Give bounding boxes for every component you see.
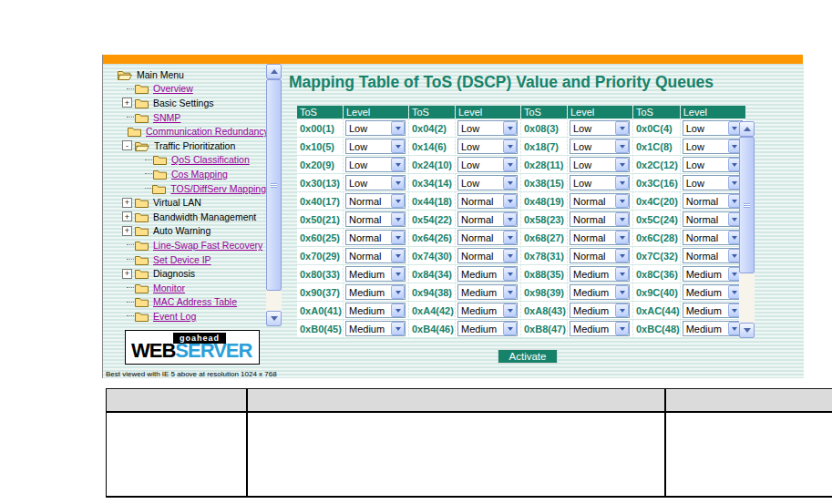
collapse-icon[interactable]: -	[122, 140, 132, 150]
chevron-down-icon[interactable]	[503, 139, 517, 153]
level-select[interactable]: Normal	[457, 230, 518, 245]
sidebar-item[interactable]: Line-Swap Fast Recovery	[103, 238, 266, 252]
sidebar-item-label[interactable]: Monitor	[153, 283, 185, 293]
sidebar-item-label[interactable]: Set Device IP	[153, 254, 211, 265]
level-select[interactable]: Medium	[345, 303, 406, 318]
sidebar-item[interactable]: Cos Mapping	[103, 167, 266, 181]
level-select[interactable]: Low	[570, 139, 630, 154]
level-select[interactable]: Medium	[570, 266, 630, 282]
sidebar-scrollbar-thumb[interactable]	[266, 79, 282, 291]
chevron-down-icon[interactable]	[391, 212, 405, 226]
sidebar-scrollbar-track[interactable]	[266, 79, 282, 311]
sidebar-item-label[interactable]: QoS Classification	[171, 154, 250, 165]
level-select[interactable]: Normal	[345, 193, 406, 209]
level-select[interactable]: Medium	[683, 321, 743, 336]
chevron-down-icon[interactable]	[615, 194, 629, 208]
chevron-down-icon[interactable]	[503, 303, 517, 317]
level-select[interactable]: Medium	[457, 284, 518, 300]
chevron-down-icon[interactable]	[391, 285, 405, 299]
chevron-down-icon[interactable]	[615, 231, 629, 244]
level-select[interactable]: Low	[457, 139, 518, 154]
chevron-down-icon[interactable]	[615, 322, 629, 335]
level-select[interactable]: Normal	[570, 193, 630, 209]
level-select[interactable]: Low	[345, 175, 406, 190]
sidebar-scrollbar[interactable]	[266, 64, 282, 326]
chevron-down-icon[interactable]	[503, 285, 517, 299]
chevron-down-icon[interactable]	[615, 303, 629, 317]
sidebar-item[interactable]: Event Log	[103, 309, 266, 324]
table-scrollbar[interactable]	[739, 121, 755, 338]
level-select[interactable]: Normal	[457, 248, 518, 263]
level-select[interactable]: Medium	[457, 303, 518, 318]
level-select[interactable]: Normal	[683, 230, 743, 245]
level-select[interactable]: Normal	[345, 230, 406, 245]
expand-icon[interactable]: +	[122, 211, 132, 221]
sidebar-item[interactable]: SNMP	[103, 110, 266, 125]
chevron-down-icon[interactable]	[503, 121, 517, 135]
chevron-down-icon[interactable]	[503, 212, 517, 226]
level-select[interactable]: Normal	[457, 193, 518, 209]
level-select[interactable]: Medium	[570, 284, 630, 300]
level-select[interactable]: Medium	[683, 266, 743, 282]
expand-icon[interactable]: +	[122, 226, 132, 236]
table-scrollbar-thumb[interactable]	[739, 137, 755, 273]
chevron-down-icon[interactable]	[503, 249, 517, 262]
level-select[interactable]: Low	[345, 157, 406, 172]
chevron-down-icon[interactable]	[391, 194, 405, 208]
chevron-down-icon[interactable]	[391, 249, 405, 262]
chevron-down-icon[interactable]	[503, 176, 517, 190]
level-select[interactable]: Medium	[345, 266, 406, 282]
chevron-down-icon[interactable]	[615, 176, 629, 190]
chevron-down-icon[interactable]	[391, 322, 405, 335]
level-select[interactable]: Low	[345, 120, 406, 136]
scroll-down-button[interactable]	[266, 311, 282, 326]
sidebar-item[interactable]: Monitor	[103, 281, 266, 295]
level-select[interactable]: Medium	[683, 303, 743, 318]
level-select[interactable]: Normal	[345, 211, 406, 227]
sidebar-item-label[interactable]: MAC Address Table	[153, 296, 237, 307]
chevron-down-icon[interactable]	[391, 139, 405, 153]
expand-icon[interactable]: +	[122, 198, 132, 208]
level-select[interactable]: Low	[683, 139, 743, 154]
chevron-down-icon[interactable]	[391, 121, 405, 135]
table-scroll-up-button[interactable]	[739, 121, 755, 137]
sidebar-item[interactable]: Communication Redundancy	[103, 124, 266, 139]
level-select[interactable]: Normal	[570, 248, 630, 263]
level-select[interactable]: Normal	[683, 248, 743, 263]
sidebar-item[interactable]: Overview	[103, 82, 266, 97]
chevron-down-icon[interactable]	[615, 267, 629, 281]
sidebar-item-label[interactable]: Cos Mapping	[171, 169, 228, 180]
sidebar-item-label[interactable]: Line-Swap Fast Recovery	[153, 240, 262, 251]
chevron-down-icon[interactable]	[503, 158, 517, 171]
level-select[interactable]: Medium	[570, 303, 630, 318]
sidebar-item[interactable]: TOS/DiffServ Mapping	[103, 181, 266, 196]
level-select[interactable]: Normal	[683, 193, 743, 209]
level-select[interactable]: Medium	[570, 321, 630, 336]
sidebar-item-label[interactable]: SNMP	[153, 112, 180, 123]
chevron-down-icon[interactable]	[615, 121, 629, 135]
level-select[interactable]: Normal	[345, 248, 406, 263]
expand-icon[interactable]: +	[122, 269, 132, 279]
chevron-down-icon[interactable]	[615, 158, 629, 171]
level-select[interactable]: Low	[457, 120, 518, 136]
level-select[interactable]: Low	[570, 157, 630, 172]
level-select[interactable]: Normal	[570, 230, 630, 245]
chevron-down-icon[interactable]	[503, 194, 517, 208]
sidebar-item[interactable]: QoS Classification	[103, 153, 266, 168]
chevron-down-icon[interactable]	[615, 212, 629, 226]
level-select[interactable]: Low	[683, 175, 743, 190]
chevron-down-icon[interactable]	[615, 139, 629, 153]
chevron-down-icon[interactable]	[615, 249, 629, 262]
expand-icon[interactable]: +	[122, 98, 132, 108]
sidebar-item-label[interactable]: Communication Redundancy	[146, 126, 266, 137]
level-select[interactable]: Normal	[570, 211, 630, 227]
level-select[interactable]: Low	[570, 175, 630, 190]
level-select[interactable]: Medium	[345, 284, 406, 300]
level-select[interactable]: Low	[570, 120, 630, 136]
sidebar-item-label[interactable]: Overview	[153, 83, 193, 94]
level-select[interactable]: Medium	[345, 321, 406, 336]
chevron-down-icon[interactable]	[391, 267, 405, 281]
level-select[interactable]: Low	[345, 139, 406, 154]
level-select[interactable]: Medium	[457, 321, 518, 336]
activate-button[interactable]: Activate	[498, 349, 558, 364]
